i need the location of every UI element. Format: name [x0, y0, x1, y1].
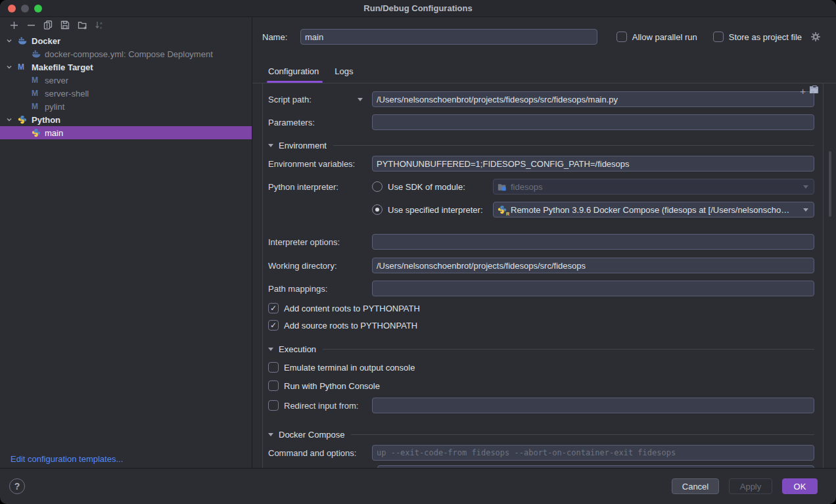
- tab-logs[interactable]: Logs: [335, 66, 353, 83]
- edit-configuration-templates-link[interactable]: Edit configuration templates...: [11, 454, 123, 464]
- save-configuration-button[interactable]: [57, 18, 74, 32]
- add-content-roots-option: ✓ Add content roots to PYTHONPATH: [263, 302, 823, 314]
- tree-item-pylint[interactable]: M pylint: [0, 100, 252, 113]
- module-icon: [498, 183, 507, 191]
- interpreter-options-input[interactable]: [372, 234, 814, 250]
- makefile-icon: M: [18, 62, 28, 72]
- remote-python-icon: R: [498, 205, 507, 214]
- working-directory-input[interactable]: /Users/nelsonschoenbrot/projects/fidesop…: [372, 258, 814, 273]
- parameters-input[interactable]: [372, 114, 814, 130]
- collapse-triangle-icon[interactable]: [268, 144, 273, 147]
- redirect-input-checkbox[interactable]: [268, 400, 279, 411]
- save-icon: [60, 20, 70, 30]
- chevron-down-icon[interactable]: [358, 98, 363, 101]
- use-specified-radio[interactable]: [372, 204, 383, 215]
- add-source-roots-checkbox[interactable]: ✓: [268, 320, 279, 331]
- path-mappings-label: Path mappings:: [268, 284, 327, 294]
- python-interpreter-specified-row: Use specified interpreter: R Remote Pyth…: [263, 202, 823, 218]
- store-as-project-file-option: Store as project file: [713, 32, 820, 42]
- run-with-python-console-label: Run with Python Console: [284, 381, 380, 391]
- window-title: Run/Debug Configurations: [363, 3, 472, 13]
- tree-item-server[interactable]: M server: [0, 74, 252, 87]
- use-sdk-radio[interactable]: [372, 181, 383, 192]
- interpreter-select-value: Remote Python 3.9.6 Docker Compose (fide…: [511, 205, 789, 215]
- apply-button[interactable]: Apply: [729, 478, 772, 494]
- command-placeholder: up --exit-code-from fidesops --abort-on-…: [377, 448, 676, 457]
- redirect-input-input[interactable]: [372, 398, 814, 413]
- use-sdk-of-module-option: Use SDK of module:: [372, 181, 493, 192]
- parameters-row: Parameters: +: [263, 114, 823, 130]
- run-with-python-console-checkbox[interactable]: [268, 380, 279, 391]
- tree-item-makefile-target[interactable]: M Makefile Target: [0, 60, 252, 74]
- command-and-options-input[interactable]: up --exit-code-from fidesops --abort-on-…: [372, 445, 814, 461]
- chevron-down-icon[interactable]: [803, 208, 808, 212]
- new-folder-button[interactable]: [74, 18, 91, 32]
- section-divider: [351, 434, 814, 435]
- parameters-label: Parameters:: [268, 118, 315, 127]
- run-debug-configurations-dialog: Run/Debug Configurations: [0, 0, 836, 504]
- allow-parallel-run-label: Allow parallel run: [632, 32, 697, 42]
- minus-icon: [27, 21, 35, 30]
- allow-parallel-run-option: Allow parallel run: [616, 32, 697, 42]
- name-input[interactable]: main: [300, 29, 597, 45]
- gear-icon[interactable]: [811, 32, 820, 41]
- interpreter-select[interactable]: R Remote Python 3.9.6 Docker Compose (fi…: [493, 202, 814, 218]
- add-content-roots-label: Add content roots to PYTHONPATH: [284, 304, 420, 313]
- chevron-down-icon[interactable]: [803, 185, 808, 189]
- docker-compose-section-header[interactable]: Docker Compose: [263, 429, 823, 440]
- tab-configuration[interactable]: Configuration: [268, 66, 319, 83]
- tree-item-python[interactable]: Python: [0, 113, 252, 126]
- name-row: Name: main Allow parallel run Store as p…: [252, 29, 836, 45]
- ok-button[interactable]: OK: [782, 478, 818, 494]
- add-macro-icon[interactable]: +: [800, 86, 806, 96]
- module-select[interactable]: fidesops: [493, 179, 814, 195]
- tree-item-main[interactable]: main: [0, 126, 252, 139]
- path-mappings-input[interactable]: [372, 281, 814, 296]
- add-content-roots-checkbox[interactable]: ✓: [268, 303, 279, 313]
- working-directory-row: Working directory: /Users/nelsonschoenbr…: [263, 258, 823, 273]
- sort-configurations-button[interactable]: az: [91, 18, 108, 32]
- minimize-window-button[interactable]: [21, 5, 29, 12]
- titlebar: Run/Debug Configurations: [0, 0, 836, 17]
- sort-alpha-icon: az: [95, 20, 104, 30]
- add-source-roots-label: Add source roots to PYTHONPATH: [284, 321, 417, 331]
- clipped-next-field[interactable]: [377, 465, 814, 468]
- execution-section-label: Execution: [279, 344, 316, 354]
- svg-text:a: a: [100, 21, 103, 25]
- chevron-down-icon[interactable]: [5, 116, 13, 124]
- add-configuration-button[interactable]: [5, 18, 22, 32]
- emulate-terminal-checkbox[interactable]: [268, 362, 279, 373]
- tree-item-docker-compose[interactable]: docker-compose.yml: Compose Deployment: [0, 47, 252, 60]
- script-path-input[interactable]: /Users/nelsonschoenbrot/projects/fidesop…: [372, 91, 814, 107]
- chevron-down-icon[interactable]: [5, 37, 13, 45]
- close-window-button[interactable]: [8, 5, 16, 12]
- script-path-label: Script path:: [268, 95, 312, 104]
- chevron-down-icon[interactable]: [5, 63, 13, 71]
- scrollbar-thumb[interactable]: [829, 151, 831, 217]
- store-as-project-file-checkbox[interactable]: [713, 32, 724, 42]
- sidebar-toolbar: az: [0, 17, 252, 33]
- allow-parallel-run-checkbox[interactable]: [616, 32, 627, 42]
- docker-icon: [32, 49, 41, 58]
- environment-variables-input[interactable]: PYTHONUNBUFFERED=1;FIDESOPS_CONFIG_PATH=…: [372, 156, 814, 172]
- tree-item-docker[interactable]: Docker: [0, 34, 252, 47]
- makefile-icon: M: [32, 76, 41, 85]
- cancel-button[interactable]: Cancel: [672, 478, 719, 494]
- tree-item-server-shell[interactable]: M server-shell: [0, 87, 252, 100]
- copy-configuration-button[interactable]: [39, 18, 57, 32]
- collapse-triangle-icon[interactable]: [268, 433, 273, 436]
- new-folder-icon: [78, 20, 87, 30]
- remove-configuration-button[interactable]: [22, 18, 39, 32]
- execution-section-header[interactable]: Execution: [263, 344, 823, 354]
- collapse-triangle-icon[interactable]: [268, 348, 273, 351]
- store-as-project-file-label: Store as project file: [729, 32, 802, 42]
- python-icon: [32, 128, 41, 137]
- zoom-window-button[interactable]: [34, 5, 42, 12]
- use-sdk-label: Use SDK of module:: [388, 182, 465, 192]
- command-and-options-row: Command and options: up --exit-code-from…: [263, 445, 823, 461]
- configuration-editor: Name: main Allow parallel run Store as p…: [252, 17, 836, 468]
- environment-section-header[interactable]: Environment: [263, 140, 823, 150]
- expand-icon[interactable]: [811, 85, 819, 97]
- section-divider: [333, 145, 814, 146]
- help-button[interactable]: ?: [9, 478, 25, 494]
